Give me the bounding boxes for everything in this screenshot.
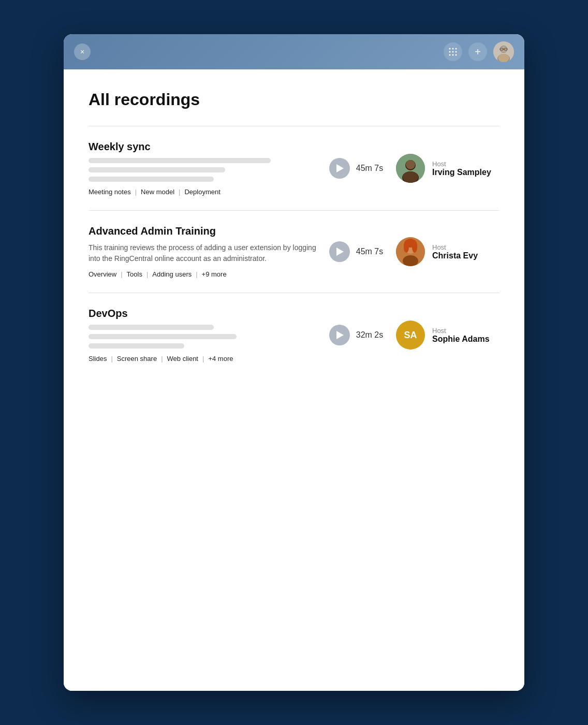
- tag-meeting-notes[interactable]: Meeting notes: [89, 188, 131, 196]
- skeleton-line: [89, 334, 237, 339]
- christa-avatar-svg: [396, 237, 425, 266]
- recording-title[interactable]: Advanced Admin Training: [89, 225, 316, 237]
- skeleton-line: [89, 343, 184, 349]
- host-avatar-sophie: SA: [396, 321, 425, 350]
- recording-center: 45m 7s: [322, 158, 390, 179]
- sophie-initials: SA: [404, 330, 417, 341]
- user-avatar: [493, 41, 514, 62]
- host-name: Sophie Adams: [432, 335, 490, 344]
- host-info: Host Irving Sampley: [432, 160, 491, 177]
- grid-icon: [448, 47, 458, 56]
- play-icon: [336, 164, 344, 172]
- host-name: Irving Sampley: [432, 168, 491, 177]
- tag-separator: |: [202, 355, 204, 363]
- close-button[interactable]: ×: [74, 44, 91, 60]
- play-icon: [336, 248, 344, 256]
- recording-tags: Meeting notes | New model | Deployment: [89, 188, 316, 196]
- recording-title[interactable]: DevOps: [89, 308, 316, 320]
- recording-layout: Weekly sync Meeting notes | New model | …: [89, 141, 499, 196]
- svg-point-8: [455, 54, 457, 56]
- tag-separator: |: [196, 270, 197, 278]
- play-icon: [336, 331, 344, 339]
- svg-point-13: [498, 54, 509, 62]
- tag-more[interactable]: +9 more: [202, 270, 227, 278]
- recording-tags: Slides | Screen share | Web client | +4 …: [89, 355, 316, 363]
- svg-point-1: [452, 48, 454, 50]
- tag-separator: |: [161, 355, 163, 363]
- recording-description: This training reviews the process of add…: [89, 242, 316, 264]
- skeleton-lines: [89, 158, 316, 182]
- user-avatar-button[interactable]: [493, 41, 514, 62]
- tag-screen-share[interactable]: Screen share: [117, 355, 157, 363]
- svg-point-28: [403, 255, 418, 266]
- skeleton-line: [89, 325, 214, 330]
- tag-deployment[interactable]: Deployment: [184, 188, 220, 196]
- svg-point-2: [455, 48, 457, 50]
- skeleton-lines: [89, 325, 316, 349]
- svg-point-0: [449, 48, 451, 50]
- recording-layout: DevOps Slides | Screen share | Web clien…: [89, 308, 499, 363]
- tag-more[interactable]: +4 more: [208, 355, 233, 363]
- recording-item-devops: DevOps Slides | Screen share | Web clien…: [89, 293, 499, 377]
- skeleton-line: [89, 158, 271, 163]
- host-label: Host: [432, 243, 478, 251]
- recording-left: DevOps Slides | Screen share | Web clien…: [89, 308, 316, 363]
- recording-center: 45m 7s: [322, 241, 390, 262]
- duration: 45m 7s: [356, 247, 383, 256]
- host-info: Host Christa Evy: [432, 243, 478, 260]
- recording-item-advanced-admin: Advanced Admin Training This training re…: [89, 211, 499, 293]
- svg-point-6: [449, 54, 451, 56]
- tag-tools[interactable]: Tools: [127, 270, 142, 278]
- add-icon: +: [475, 47, 481, 57]
- tag-separator: |: [135, 188, 137, 196]
- host-avatar-irving: [396, 154, 425, 183]
- main-content: All recordings Weekly sync Meeting notes…: [64, 69, 524, 691]
- host-label: Host: [432, 160, 491, 168]
- tag-overview[interactable]: Overview: [89, 270, 116, 278]
- svg-point-7: [452, 54, 454, 56]
- play-button[interactable]: [329, 325, 350, 345]
- recording-tags: Overview | Tools | Adding users | +9 mor…: [89, 270, 316, 278]
- app-window: × +: [64, 34, 524, 691]
- duration: 45m 7s: [356, 164, 383, 173]
- host-name: Christa Evy: [432, 251, 478, 260]
- svg-point-26: [404, 242, 409, 253]
- page-title: All recordings: [89, 90, 499, 109]
- header-right: +: [444, 41, 514, 62]
- tag-adding-users[interactable]: Adding users: [152, 270, 192, 278]
- recording-left: Advanced Admin Training This training re…: [89, 225, 316, 278]
- host-info: Host Sophie Adams: [432, 327, 490, 344]
- skeleton-line: [89, 177, 214, 182]
- tag-separator: |: [179, 188, 180, 196]
- svg-point-20: [406, 160, 415, 169]
- tag-separator: |: [146, 270, 148, 278]
- recording-left: Weekly sync Meeting notes | New model | …: [89, 141, 316, 196]
- tag-slides[interactable]: Slides: [89, 355, 107, 363]
- host-avatar-christa: [396, 237, 425, 266]
- skeleton-line: [89, 167, 225, 172]
- recording-title[interactable]: Weekly sync: [89, 141, 316, 153]
- duration: 32m 2s: [356, 330, 383, 340]
- play-button[interactable]: [329, 158, 350, 179]
- svg-point-27: [412, 242, 417, 253]
- header-bar: × +: [64, 34, 524, 69]
- grid-icon-button[interactable]: [444, 42, 462, 61]
- recording-right: SA Host Sophie Adams: [396, 321, 499, 350]
- svg-point-3: [449, 51, 451, 53]
- tag-new-model[interactable]: New model: [141, 188, 174, 196]
- recording-item-weekly-sync: Weekly sync Meeting notes | New model | …: [89, 126, 499, 210]
- svg-point-21: [403, 171, 418, 183]
- add-button[interactable]: +: [468, 42, 487, 61]
- irving-avatar-svg: [396, 154, 425, 183]
- recording-center: 32m 2s: [322, 325, 390, 345]
- recording-right: Host Christa Evy: [396, 237, 499, 266]
- tag-separator: |: [111, 355, 112, 363]
- play-button[interactable]: [329, 241, 350, 262]
- host-label: Host: [432, 327, 490, 335]
- svg-point-5: [455, 51, 457, 53]
- svg-point-4: [452, 51, 454, 53]
- recording-right: Host Irving Sampley: [396, 154, 499, 183]
- tag-separator: |: [121, 270, 122, 278]
- tag-web-client[interactable]: Web client: [167, 355, 198, 363]
- recording-layout: Advanced Admin Training This training re…: [89, 225, 499, 278]
